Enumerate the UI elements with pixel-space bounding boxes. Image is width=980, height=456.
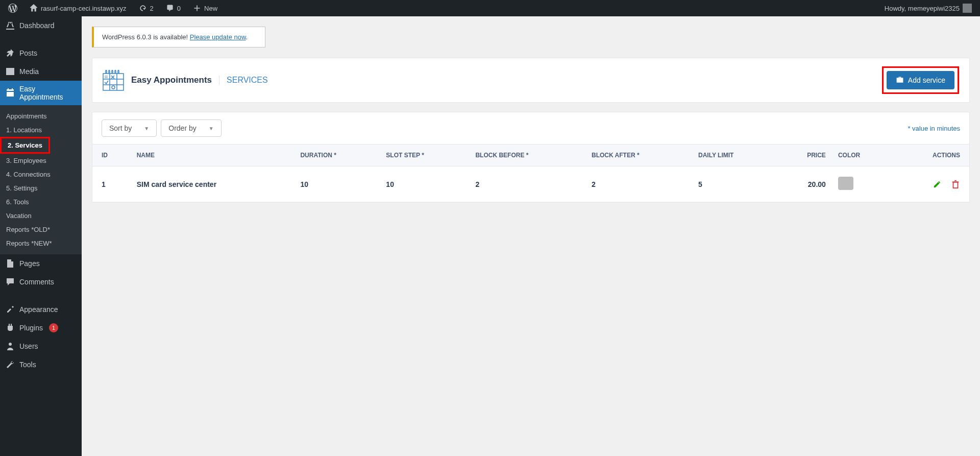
sidebar-submenu: Appointments 1. Locations 2. Services 3.…: [0, 105, 82, 254]
sidebar-item-pages[interactable]: Pages: [0, 254, 82, 273]
sidebar-item-comments[interactable]: Comments: [0, 273, 82, 291]
plus-icon: [193, 4, 201, 12]
sidebar-item-media[interactable]: Media: [0, 62, 82, 81]
sort-by-label: Sort by: [109, 124, 132, 132]
col-name: NAME: [131, 145, 295, 166]
table-panel: Sort by ▼ Order by ▼ * value in minutes …: [92, 112, 970, 203]
pin-icon: [5, 48, 15, 58]
order-by-label: Order by: [168, 124, 196, 132]
new-label: New: [204, 5, 217, 12]
update-notice: WordPress 6.0.3 is available! Please upd…: [92, 27, 265, 47]
submenu-locations[interactable]: 1. Locations: [0, 123, 82, 137]
brush-icon: [5, 304, 15, 315]
ea-logo-icon: [103, 69, 124, 91]
color-swatch[interactable]: [838, 177, 853, 190]
col-id: ID: [92, 145, 131, 166]
update-link[interactable]: Please update now: [190, 33, 246, 41]
cell-price: 20.00: [777, 166, 832, 202]
sidebar-item-tools[interactable]: Tools: [0, 355, 82, 374]
submenu-settings[interactable]: 5. Settings: [0, 181, 82, 195]
submenu-reports-new[interactable]: Reports *NEW*: [0, 236, 82, 250]
plug-icon: [5, 323, 15, 333]
admin-sidebar: Dashboard Posts Media Easy Appointments …: [0, 16, 82, 456]
comment-icon: [5, 277, 15, 287]
add-service-button[interactable]: Add service: [887, 71, 954, 89]
col-after: BLOCK AFTER *: [585, 145, 692, 166]
table-header-row: ID NAME DURATION * SLOT STEP * BLOCK BEF…: [92, 145, 969, 166]
cell-slot: 10: [380, 166, 469, 202]
sidebar-item-posts[interactable]: Posts: [0, 44, 82, 62]
sidebar-item-easy-appointments[interactable]: Easy Appointments: [0, 81, 82, 105]
cell-color: [832, 166, 893, 202]
sidebar-label: Easy Appointments: [19, 85, 77, 101]
sort-by-select[interactable]: Sort by ▼: [102, 119, 157, 137]
col-limit: DAILY LIMIT: [692, 145, 777, 166]
sidebar-label: Posts: [19, 49, 37, 57]
edit-icon[interactable]: [933, 180, 942, 189]
sidebar-item-dashboard[interactable]: Dashboard: [0, 16, 82, 35]
chevron-down-icon: ▼: [144, 126, 149, 131]
sidebar-label: Dashboard: [19, 21, 55, 30]
adminbar-left: rasurf-camp-ceci.instawp.xyz 2 0 New: [4, 0, 222, 16]
cell-name: SIM card service center: [131, 166, 295, 202]
sidebar-item-users[interactable]: Users: [0, 337, 82, 355]
sidebar-label: Users: [19, 342, 38, 350]
sidebar-label: Tools: [19, 361, 36, 369]
updates-link[interactable]: 2: [135, 0, 158, 16]
comments-count: 0: [177, 5, 181, 12]
sidebar-item-appearance[interactable]: Appearance: [0, 300, 82, 319]
svg-point-0: [9, 343, 12, 346]
main-content: WordPress 6.0.3 is available! Please upd…: [82, 16, 980, 456]
add-button-label: Add service: [908, 76, 945, 84]
chevron-down-icon: ▼: [209, 126, 214, 131]
site-link[interactable]: rasurf-camp-ceci.instawp.xyz: [26, 0, 131, 16]
dashboard-icon: [5, 20, 15, 31]
submenu-tools[interactable]: 6. Tools: [0, 195, 82, 209]
delete-icon[interactable]: [951, 180, 960, 189]
update-icon: [139, 4, 147, 12]
sidebar-label: Media: [19, 67, 39, 76]
table-row: 1 SIM card service center 10 10 2 2 5 20…: [92, 166, 969, 202]
submenu-appointments[interactable]: Appointments: [0, 109, 82, 123]
home-icon: [30, 4, 38, 12]
admin-toolbar: rasurf-camp-ceci.instawp.xyz 2 0 New How…: [0, 0, 980, 16]
comments-link[interactable]: 0: [162, 0, 185, 16]
plugin-title: Easy Appointments: [131, 75, 212, 85]
calendar-icon: [5, 88, 15, 98]
submenu-vacation[interactable]: Vacation: [0, 209, 82, 223]
page-icon: [5, 258, 15, 269]
svg-point-18: [112, 86, 115, 89]
col-duration: DURATION *: [294, 145, 380, 166]
comment-icon: [166, 4, 174, 12]
col-actions: ACTIONS: [893, 145, 969, 166]
header-panel: Easy Appointments SERVICES Add service: [92, 58, 970, 103]
col-slot: SLOT STEP *: [380, 145, 469, 166]
avatar: [963, 4, 972, 13]
add-button-highlight: Add service: [882, 66, 959, 94]
services-table: ID NAME DURATION * SLOT STEP * BLOCK BEF…: [92, 144, 969, 202]
col-price: PRICE: [777, 145, 832, 166]
notice-text: WordPress 6.0.3 is available!: [102, 33, 190, 41]
cell-before: 2: [469, 166, 585, 202]
sidebar-item-plugins[interactable]: Plugins 1: [0, 319, 82, 337]
wrench-icon: [5, 359, 15, 370]
sidebar-label: Plugins: [19, 324, 43, 332]
cell-actions: [893, 166, 969, 202]
submenu-connections[interactable]: 4. Connections: [0, 167, 82, 181]
submenu-employees[interactable]: 3. Employees: [0, 154, 82, 167]
briefcase-icon: [896, 76, 904, 84]
updates-count: 2: [150, 5, 154, 12]
submenu-reports-old[interactable]: Reports *OLD*: [0, 223, 82, 236]
user-icon: [5, 341, 15, 351]
wordpress-icon: [8, 4, 17, 13]
user-menu[interactable]: Howdy, memeyepiwi2325: [880, 0, 976, 16]
howdy-text: Howdy, memeyepiwi2325: [885, 5, 960, 12]
section-title: SERVICES: [219, 76, 268, 85]
order-by-select[interactable]: Order by ▼: [161, 119, 221, 137]
cell-after: 2: [585, 166, 692, 202]
submenu-services[interactable]: 2. Services: [2, 138, 48, 152]
new-link[interactable]: New: [189, 0, 222, 16]
sidebar-label: Pages: [19, 259, 40, 268]
wp-logo[interactable]: [4, 0, 21, 16]
cell-limit: 5: [692, 166, 777, 202]
